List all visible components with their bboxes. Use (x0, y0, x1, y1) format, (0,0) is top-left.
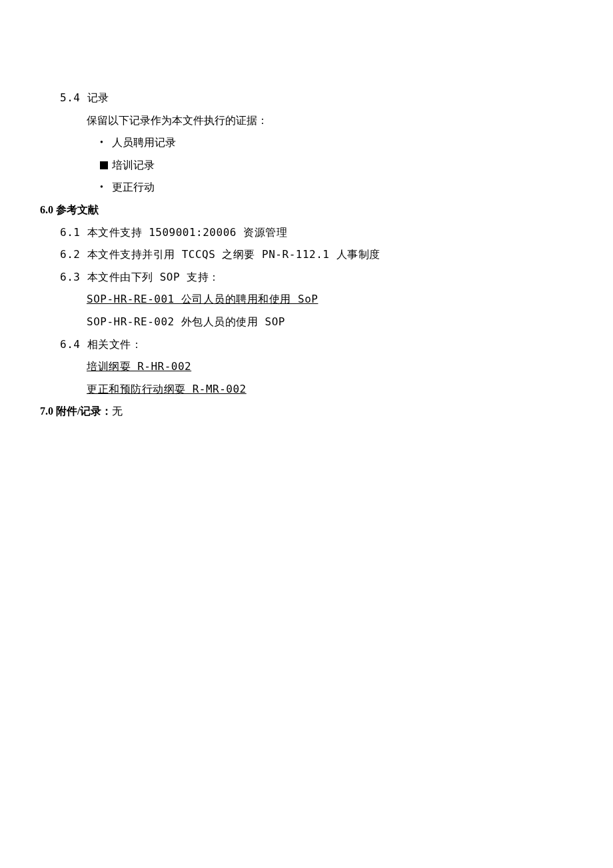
section-7-number: 7.0 (40, 405, 56, 417)
related-doc-link[interactable]: 培训纲耍 R-HR-002 (87, 360, 191, 373)
bullet-text: 人员聘用记录 (112, 131, 176, 154)
list-item: •更正行动 (100, 176, 573, 199)
section-7-title: 附件/记录： (56, 405, 112, 417)
list-item: •人员聘用记录 (100, 131, 573, 154)
sop-link-text[interactable]: SOP-HR-RE-001 公司人员的聘用和使用 SoP (87, 293, 318, 305)
bullet-text: 培训记录 (112, 154, 155, 177)
record-bullet-list: •人员聘用记录 培训记录 •更正行动 (100, 131, 573, 199)
section-5-4-intro: 保留以下记录作为本文件执行的证据： (87, 109, 573, 132)
section-6-title: 参考文献 (56, 204, 99, 215)
section-5-4-title: 记录 (87, 92, 109, 103)
related-doc-link[interactable]: 更正和预防行动纲耍 R-MR-002 (87, 383, 247, 395)
section-7-heading: 7.0 附件/记录：无 (40, 400, 573, 423)
sop-link-1: SOP-HR-RE-001 公司人员的聘用和使用 SoP (87, 288, 573, 311)
section-5-4-number: 5.4 (60, 91, 87, 104)
section-6-heading: 6.0 参考文献 (40, 199, 573, 221)
list-item: 培训记录 (100, 154, 573, 177)
section-7-value: 无 (112, 405, 123, 417)
ref-6-3: 6.3 本文件由下列 SOP 支持： (60, 266, 573, 289)
bullet-icon: • (100, 177, 112, 197)
section-5-4: 5.4 记录 (60, 87, 573, 109)
ref-6-4: 6.4 相关文件： (60, 333, 573, 356)
bullet-text: 更正行动 (112, 176, 155, 199)
related-doc-1: 培训纲耍 R-HR-002 (87, 355, 573, 378)
square-icon (100, 161, 108, 169)
section-6-number: 6.0 (40, 204, 56, 215)
ref-6-1: 6.1 本文件支持 1509001:20006 资源管理 (60, 221, 573, 244)
sop-text-2: SOP-HR-RE-002 外包人员的使用 SOP (87, 311, 573, 333)
ref-6-2: 6.2 本文件支持并引用 TCCQS 之纲要 PN-R-112.1 人事制度 (60, 243, 573, 266)
bullet-icon: • (100, 133, 112, 152)
related-doc-2: 更正和预防行动纲耍 R-MR-002 (87, 378, 573, 401)
